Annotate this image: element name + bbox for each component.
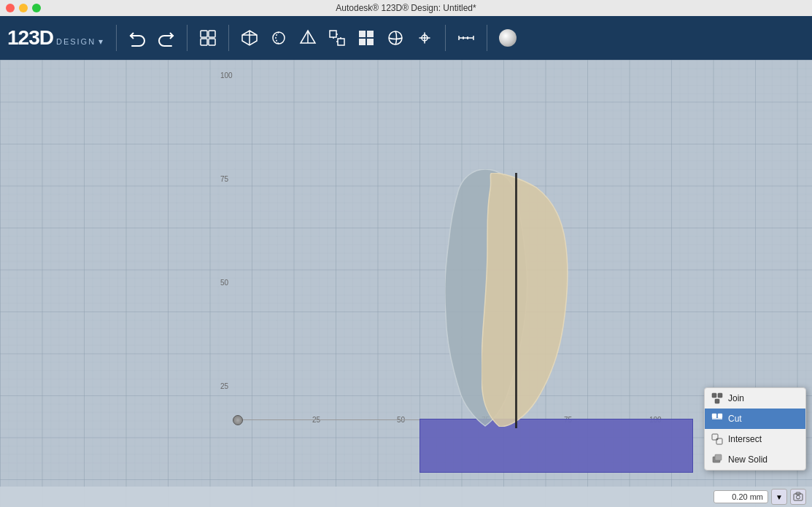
svg-rect-24 bbox=[712, 393, 716, 398]
menu-cut-label: Cut bbox=[728, 414, 742, 424]
snap-icon bbox=[416, 29, 433, 47]
grouping-button[interactable] bbox=[382, 25, 409, 51]
pattern-button[interactable] bbox=[353, 25, 379, 51]
camera-icon bbox=[793, 492, 803, 502]
svg-rect-0 bbox=[201, 31, 207, 37]
divider-1 bbox=[116, 25, 117, 51]
pattern-icon bbox=[357, 29, 375, 47]
material-button[interactable] bbox=[495, 25, 521, 51]
svg-rect-12 bbox=[367, 31, 374, 37]
cut-icon bbox=[711, 412, 724, 425]
grouping-icon bbox=[387, 29, 404, 47]
divider-3 bbox=[228, 25, 229, 51]
svg-rect-3 bbox=[209, 39, 215, 45]
construct-icon bbox=[299, 29, 317, 47]
measure-value[interactable]: 0.20 mm bbox=[714, 490, 768, 503]
divider-2 bbox=[187, 25, 187, 51]
snap-button[interactable] bbox=[411, 25, 438, 51]
measure-dropdown-button[interactable]: ▼ bbox=[771, 489, 787, 505]
logo[interactable]: 123D DESIGN ▾ bbox=[7, 26, 103, 50]
new-solid-icon bbox=[711, 453, 724, 466]
intersect-icon bbox=[711, 433, 724, 446]
modify-icon bbox=[328, 29, 346, 47]
svg-point-36 bbox=[797, 495, 800, 499]
undo-icon bbox=[128, 29, 146, 47]
modify-button[interactable] bbox=[324, 25, 350, 51]
menu-item-intersect[interactable]: Intersect bbox=[705, 429, 805, 449]
menu-item-join[interactable]: Join bbox=[705, 388, 805, 409]
ruler-y-25: 25 bbox=[220, 382, 228, 390]
svg-rect-10 bbox=[338, 39, 344, 45]
measure-action-button[interactable] bbox=[790, 489, 806, 505]
divider-4 bbox=[445, 25, 446, 51]
menu-intersect-label: Intersect bbox=[728, 434, 762, 444]
window-controls bbox=[6, 4, 41, 12]
window-title: Autodesk® 123D® Design: Untitled* bbox=[336, 3, 476, 13]
logo-app: DESIGN bbox=[56, 37, 96, 46]
svg-rect-26 bbox=[715, 399, 719, 403]
material-sphere-icon bbox=[499, 29, 517, 47]
sketch-button[interactable] bbox=[266, 25, 292, 51]
vertical-line bbox=[515, 173, 517, 428]
ruler-y-75: 75 bbox=[220, 175, 228, 183]
menu-item-cut[interactable]: Cut bbox=[705, 409, 805, 429]
divider-5 bbox=[487, 25, 487, 51]
minimize-button[interactable] bbox=[19, 4, 28, 12]
transform-button[interactable] bbox=[195, 25, 221, 51]
ruler-y-100: 100 bbox=[220, 71, 233, 80]
context-menu: Join Cut Intersect bbox=[704, 387, 806, 471]
origin-indicator bbox=[233, 415, 243, 425]
join-icon bbox=[711, 392, 724, 405]
toolbar: 123D DESIGN ▾ bbox=[0, 16, 812, 60]
menu-join-label: Join bbox=[728, 393, 744, 403]
svg-rect-27 bbox=[712, 414, 716, 418]
transform-icon bbox=[199, 29, 217, 47]
close-button[interactable] bbox=[6, 4, 15, 12]
primitives-icon bbox=[241, 29, 258, 47]
redo-button[interactable] bbox=[153, 25, 179, 51]
axis-line bbox=[243, 419, 419, 420]
logo-brand: 123D bbox=[7, 26, 53, 50]
svg-rect-32 bbox=[716, 438, 718, 440]
construct-button[interactable] bbox=[295, 25, 321, 51]
bottom-bar: 0.20 mm ▼ bbox=[0, 487, 812, 507]
measure-button[interactable] bbox=[453, 25, 479, 51]
svg-rect-28 bbox=[718, 414, 722, 418]
measure-icon bbox=[457, 29, 475, 47]
svg-rect-34 bbox=[715, 454, 722, 460]
undo-button[interactable] bbox=[124, 25, 150, 51]
svg-point-15 bbox=[389, 31, 402, 44]
svg-point-6 bbox=[273, 32, 285, 44]
svg-rect-1 bbox=[209, 31, 215, 37]
tan-shape[interactable] bbox=[482, 173, 569, 427]
svg-rect-14 bbox=[367, 39, 374, 45]
redo-icon bbox=[158, 29, 175, 47]
menu-new-solid-label: New Solid bbox=[728, 454, 767, 465]
sketch-icon bbox=[270, 29, 287, 47]
ruler-y-50: 50 bbox=[220, 279, 228, 287]
title-bar: Autodesk® 123D® Design: Untitled* bbox=[0, 0, 812, 16]
svg-rect-13 bbox=[359, 39, 366, 45]
maximize-button[interactable] bbox=[32, 4, 41, 12]
svg-rect-9 bbox=[330, 31, 336, 37]
menu-item-new-solid[interactable]: New Solid bbox=[705, 449, 805, 470]
primitives-button[interactable] bbox=[236, 25, 263, 51]
canvas-area[interactable]: 100 75 50 25 25 50 75 75 100 Join bbox=[0, 60, 812, 507]
svg-rect-11 bbox=[359, 31, 366, 37]
svg-rect-25 bbox=[718, 393, 722, 398]
svg-rect-2 bbox=[201, 39, 207, 45]
logo-chevron[interactable]: ▾ bbox=[98, 36, 103, 47]
dropdown-icon: ▼ bbox=[776, 493, 783, 501]
